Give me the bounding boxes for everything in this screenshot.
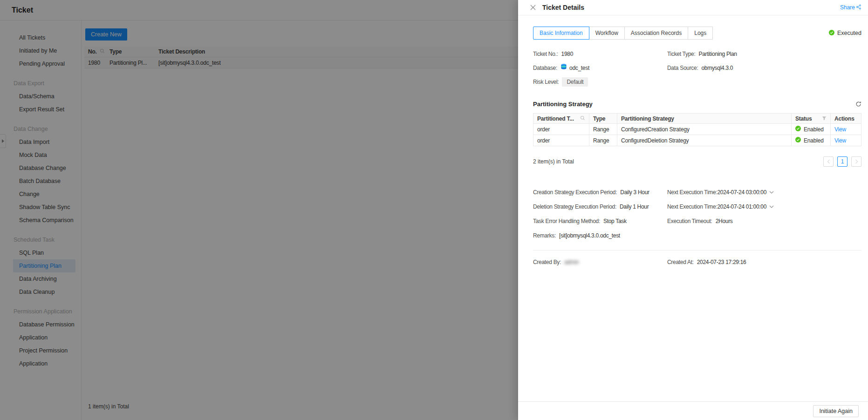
pagination-next-button[interactable] bbox=[851, 156, 861, 167]
strategy-pagination: 2 item(s) in Total 1 bbox=[533, 156, 861, 167]
share-icon bbox=[856, 4, 861, 11]
drawer-header: Ticket Details Share bbox=[518, 0, 868, 15]
field-ticket-no: Ticket No.: 1980 bbox=[533, 50, 667, 58]
cell-strategy: ConfiguredCreation Strategy bbox=[617, 124, 792, 135]
cell-type: Range bbox=[589, 124, 617, 135]
strategy-table: Partitioned T... Type Partitioning Strat… bbox=[533, 113, 861, 146]
pagination-prev-button[interactable] bbox=[823, 156, 834, 167]
check-circle-icon bbox=[795, 126, 801, 133]
database-icon bbox=[560, 63, 567, 72]
cell-partitioned-table: order bbox=[533, 135, 589, 146]
status-badge: Executed bbox=[829, 30, 861, 37]
field-creation-period: Creation Strategy Execution Period: Dail… bbox=[533, 188, 667, 196]
column-header-type: Type bbox=[589, 114, 617, 124]
column-header-actions: Actions bbox=[831, 114, 861, 124]
created-info: Created By: admin Created At: 2024-07-23… bbox=[533, 258, 861, 266]
view-link[interactable]: View bbox=[834, 126, 846, 133]
drawer-title: Ticket Details bbox=[542, 4, 584, 11]
field-next-execution-creation: Next Execution Time: 2024-07-24 03:00:00 bbox=[667, 188, 861, 196]
cell-partitioned-table: order bbox=[533, 124, 589, 135]
risk-level-tag: Default bbox=[562, 77, 588, 87]
column-header-status[interactable]: Status bbox=[792, 114, 831, 124]
field-error-handling: Task Error Handling Method: Stop Task bbox=[533, 217, 667, 225]
schedule-info: Creation Strategy Execution Period: Dail… bbox=[533, 188, 861, 240]
chevron-down-icon[interactable] bbox=[769, 205, 774, 208]
created-by-redacted: admin bbox=[564, 258, 579, 266]
field-data-source: Data Source: obmysql4.3.0 bbox=[667, 63, 861, 72]
field-deletion-period: Deletion Strategy Execution Period: Dail… bbox=[533, 203, 667, 211]
section-title-partitioning-strategy: Partitioning Strategy bbox=[533, 101, 593, 108]
search-icon[interactable] bbox=[580, 115, 585, 122]
chevron-down-icon[interactable] bbox=[769, 191, 774, 194]
field-created-at: Created At: 2024-07-23 17:29:16 bbox=[667, 258, 861, 266]
drawer-footer: Initiate Again bbox=[518, 401, 868, 420]
app-window: Ticket All Tickets Initiated by Me Pendi… bbox=[0, 0, 868, 420]
pagination-page-1[interactable]: 1 bbox=[837, 156, 847, 167]
table-row: order Range ConfiguredDeletion Strategy … bbox=[533, 135, 861, 146]
column-header-partitioned-table[interactable]: Partitioned T... bbox=[533, 114, 589, 124]
close-icon[interactable] bbox=[530, 5, 536, 10]
share-button[interactable]: Share bbox=[840, 4, 861, 11]
field-created-by: Created By: admin bbox=[533, 258, 667, 266]
tab-association-records[interactable]: Association Records bbox=[624, 27, 688, 40]
field-database: Database: odc_test bbox=[533, 63, 667, 72]
tab-logs[interactable]: Logs bbox=[688, 27, 713, 40]
check-circle-icon bbox=[829, 30, 834, 37]
divider bbox=[533, 250, 861, 251]
status-enabled: Enabled bbox=[795, 126, 827, 133]
refresh-icon[interactable] bbox=[855, 101, 861, 107]
status-enabled: Enabled bbox=[795, 137, 827, 144]
drawer-tabs: Basic Information Workflow Association R… bbox=[533, 27, 861, 40]
check-circle-icon bbox=[795, 137, 801, 144]
field-execution-timeout: Execution Timeout: 2Hours bbox=[667, 217, 861, 225]
initiate-again-button[interactable]: Initiate Again bbox=[813, 405, 859, 417]
field-remarks: Remarks: [sit]obmysql4.3.0.odc_test bbox=[533, 231, 861, 240]
ticket-info: Ticket No.: 1980 Ticket Type: Partitioni… bbox=[533, 50, 861, 87]
strategy-table-header: Partitioned T... Type Partitioning Strat… bbox=[533, 114, 861, 124]
strategy-total-count: 2 item(s) in Total bbox=[533, 158, 574, 165]
ticket-details-drawer: Ticket Details Share Basic Information W… bbox=[518, 0, 868, 420]
tab-workflow[interactable]: Workflow bbox=[589, 27, 625, 40]
table-row: order Range ConfiguredCreation Strategy … bbox=[533, 124, 861, 135]
filter-icon[interactable] bbox=[822, 115, 827, 122]
field-ticket-type: Ticket Type: Partitioning Plan bbox=[667, 50, 861, 58]
column-header-partitioning-strategy: Partitioning Strategy bbox=[617, 114, 792, 124]
field-next-execution-deletion: Next Execution Time: 2024-07-24 01:00:00 bbox=[667, 203, 861, 211]
cell-type: Range bbox=[589, 135, 617, 146]
cell-strategy: ConfiguredDeletion Strategy bbox=[617, 135, 792, 146]
field-risk-level: Risk Level: Default bbox=[533, 77, 667, 87]
view-link[interactable]: View bbox=[834, 137, 846, 144]
tab-basic-information[interactable]: Basic Information bbox=[533, 27, 589, 40]
